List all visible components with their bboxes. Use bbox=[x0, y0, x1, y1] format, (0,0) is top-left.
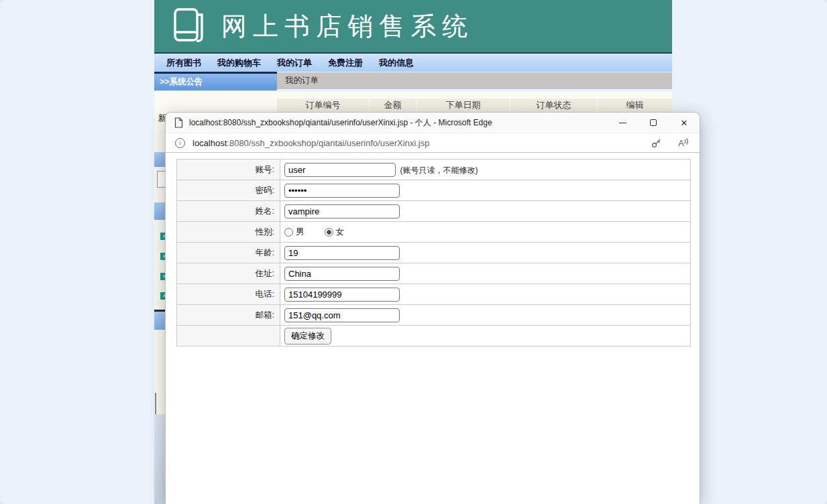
window-title: localhost:8080/ssh_zxbookshop/qiantai/us… bbox=[189, 117, 607, 129]
email-label: 邮箱: bbox=[177, 305, 280, 326]
account-readonly-note: (账号只读，不能修改) bbox=[400, 166, 478, 175]
table-row: 性别: 男 女 bbox=[177, 222, 691, 243]
maximize-button[interactable] bbox=[638, 113, 669, 133]
content-header-title: 我的订单 bbox=[285, 75, 319, 86]
nav-register[interactable]: 免费注册 bbox=[328, 57, 363, 69]
table-row: 确定修改 bbox=[177, 326, 691, 346]
account-input[interactable] bbox=[284, 163, 396, 177]
table-row: 密码: bbox=[177, 180, 691, 201]
sidebar-announcement-header: >>系统公告 bbox=[154, 72, 277, 90]
table-row: 年龄: bbox=[177, 243, 691, 263]
popup-content: 账号: (账号只读，不能修改) 密码: 姓名: bbox=[166, 153, 700, 346]
url-text: localhost:8080/ssh_zxbookshop/qiantai/us… bbox=[192, 138, 429, 148]
window-controls: ✕ bbox=[607, 113, 700, 133]
site-info-icon[interactable]: i bbox=[175, 138, 185, 148]
password-label: 密码: bbox=[177, 180, 280, 201]
nav-my-info[interactable]: 我的信息 bbox=[379, 57, 414, 69]
table-row: 电话: bbox=[177, 284, 691, 305]
orders-col-date: 下单日期 bbox=[416, 99, 510, 112]
phone-input[interactable] bbox=[284, 288, 400, 302]
read-aloud-letter: A bbox=[678, 138, 684, 148]
main-nav: 所有图书 我的购物车 我的订单 免费注册 我的信息 bbox=[154, 54, 672, 72]
address-bar-actions: A bbox=[651, 137, 689, 149]
page-icon bbox=[174, 117, 183, 128]
age-label: 年龄: bbox=[177, 243, 280, 263]
nav-my-orders[interactable]: 我的订单 bbox=[277, 57, 312, 69]
gender-female-radio[interactable] bbox=[325, 228, 333, 237]
gender-label: 性别: bbox=[177, 222, 280, 243]
gender-male-option[interactable]: 男 bbox=[284, 227, 305, 238]
password-input[interactable] bbox=[284, 184, 400, 198]
site-header: 网上书店销售系统 bbox=[154, 0, 672, 54]
table-row: 姓名: bbox=[177, 201, 691, 222]
close-button[interactable]: ✕ bbox=[669, 113, 700, 133]
screen: 网上书店销售系统 所有图书 我的购物车 我的订单 免费注册 我的信息 >>系统公… bbox=[0, 0, 827, 504]
user-info-form: 账号: (账号只读，不能修改) 密码: 姓名: bbox=[176, 159, 691, 346]
book-icon bbox=[173, 7, 204, 46]
phone-label: 电话: bbox=[177, 284, 280, 305]
confirm-modify-button[interactable]: 确定修改 bbox=[284, 328, 331, 344]
edge-popup-window: localhost:8080/ssh_zxbookshop/qiantai/us… bbox=[165, 112, 700, 504]
sub-header: >>系统公告 我的订单 bbox=[154, 72, 672, 90]
table-row: 账号: (账号只读，不能修改) bbox=[177, 160, 691, 180]
name-input[interactable] bbox=[284, 204, 400, 218]
orders-table-header: 订单编号 金额 下单日期 订单状态 编辑 bbox=[277, 99, 672, 112]
close-icon: ✕ bbox=[681, 119, 688, 127]
age-input[interactable] bbox=[284, 246, 400, 260]
table-row: 邮箱: bbox=[177, 305, 691, 326]
orders-col-id: 订单编号 bbox=[277, 99, 369, 112]
table-row: 住址: bbox=[177, 263, 691, 284]
orders-col-amount: 金额 bbox=[369, 99, 416, 112]
gender-female-option[interactable]: 女 bbox=[325, 227, 345, 238]
sidebar-border-fragment bbox=[155, 393, 156, 414]
gender-female-label: 女 bbox=[336, 227, 345, 238]
name-label: 姓名: bbox=[177, 201, 280, 222]
sidebar-announcement-title: >>系统公告 bbox=[160, 76, 203, 88]
site-title: 网上书店销售系统 bbox=[221, 9, 474, 44]
nav-all-books[interactable]: 所有图书 bbox=[166, 57, 201, 69]
read-aloud-icon[interactable]: A bbox=[678, 138, 689, 148]
url-host: localhost bbox=[192, 138, 227, 148]
password-key-icon[interactable] bbox=[651, 137, 662, 149]
url-path: :8080/ssh_zxbookshop/qiantai/userinfo/us… bbox=[227, 138, 429, 148]
email-input[interactable] bbox=[284, 308, 400, 322]
minimize-icon bbox=[619, 123, 626, 123]
gender-male-label: 男 bbox=[296, 227, 305, 238]
account-label: 账号: bbox=[177, 160, 280, 180]
empty-label-cell bbox=[177, 326, 280, 346]
window-titlebar[interactable]: localhost:8080/ssh_zxbookshop/qiantai/us… bbox=[166, 113, 700, 133]
address-input[interactable] bbox=[284, 267, 400, 281]
gender-radio-group: 男 女 bbox=[284, 227, 690, 238]
gender-male-radio[interactable] bbox=[284, 228, 293, 237]
orders-col-status: 订单状态 bbox=[510, 99, 597, 112]
minimize-button[interactable] bbox=[607, 113, 638, 133]
address-bar[interactable]: i localhost:8080/ssh_zxbookshop/qiantai/… bbox=[166, 133, 700, 153]
nav-my-cart[interactable]: 我的购物车 bbox=[217, 57, 261, 69]
orders-col-edit: 编辑 bbox=[597, 99, 672, 112]
content-header-bar: 我的订单 bbox=[277, 72, 672, 89]
maximize-icon bbox=[650, 119, 657, 126]
address-label: 住址: bbox=[177, 263, 280, 284]
